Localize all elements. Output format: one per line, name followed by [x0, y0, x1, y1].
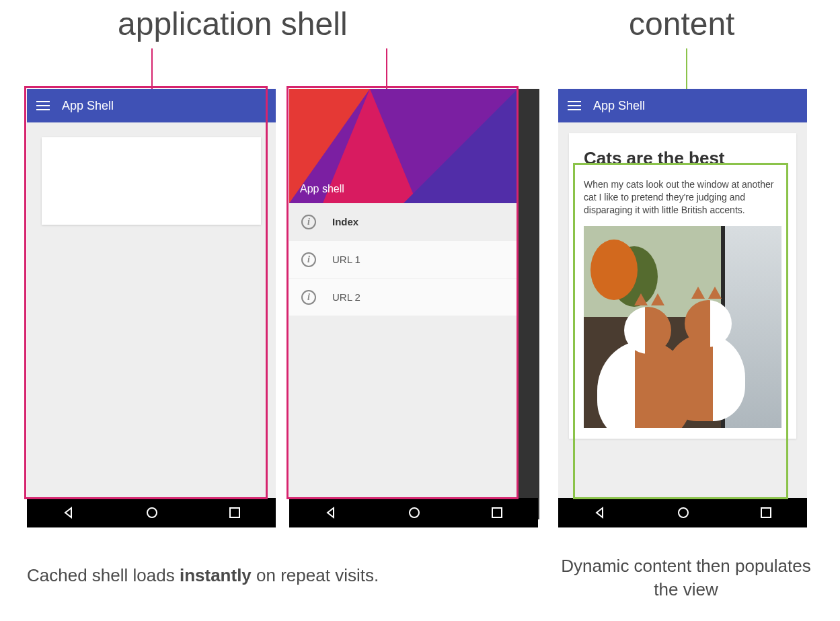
content-card: Cats are the best When my cats look out …: [569, 133, 796, 439]
phone-shell-drawer: App shell i Index i URL 1 i URL 2: [289, 89, 518, 527]
svg-rect-5: [761, 508, 771, 517]
svg-rect-3: [492, 508, 502, 517]
caption-content: Dynamic content then populates the view: [558, 554, 814, 601]
article-title: Cats are the best: [584, 148, 781, 169]
article-body: When my cats look out the window at anot…: [584, 178, 781, 217]
drawer-item-url2[interactable]: i URL 2: [289, 279, 518, 316]
heading-application-shell: application shell: [118, 5, 348, 42]
android-nav-bar: [27, 498, 276, 527]
home-icon[interactable]: [677, 506, 690, 519]
info-icon: i: [301, 290, 316, 305]
home-icon[interactable]: [408, 506, 421, 519]
android-nav-bar: [558, 498, 807, 527]
drawer-header-label: App shell: [300, 183, 344, 195]
home-icon[interactable]: [145, 506, 159, 519]
drawer-item-label: URL 2: [332, 291, 360, 303]
svg-point-2: [410, 508, 419, 517]
app-bar: App Shell: [27, 89, 276, 122]
recent-icon[interactable]: [229, 507, 241, 519]
hamburger-icon[interactable]: [568, 101, 581, 110]
drawer-item-label: URL 1: [332, 254, 360, 265]
app-bar-title: App Shell: [593, 99, 645, 113]
article-image-cats: [584, 226, 781, 428]
drawer-item-index[interactable]: i Index: [289, 203, 518, 241]
phone-content: App Shell Cats are the best When my cats…: [558, 89, 807, 527]
app-bar-title: App Shell: [62, 99, 114, 113]
info-icon: i: [301, 252, 316, 267]
android-nav-bar: [289, 498, 538, 527]
app-bar: App Shell: [558, 89, 807, 122]
back-icon[interactable]: [593, 506, 607, 519]
recent-icon[interactable]: [491, 507, 503, 519]
svg-rect-1: [230, 508, 239, 517]
connector-line: [151, 48, 153, 89]
drawer-list: i Index i URL 1 i URL 2: [289, 203, 518, 316]
empty-card-placeholder: [42, 137, 261, 225]
caption-shell: Cached shell loads instantly on repeat v…: [27, 564, 511, 587]
screen: App Shell: [27, 89, 276, 498]
info-icon: i: [301, 215, 316, 229]
drawer-item-label: Index: [332, 216, 358, 227]
back-icon[interactable]: [324, 506, 338, 519]
drawer-header: App shell: [289, 89, 518, 203]
drawer-item-url1[interactable]: i URL 1: [289, 241, 518, 279]
heading-content: content: [629, 5, 734, 42]
svg-point-4: [679, 508, 688, 517]
recent-icon[interactable]: [760, 507, 772, 519]
phone-shadow: [518, 89, 539, 519]
phone-shell-empty: App Shell: [27, 89, 276, 527]
connector-line: [386, 48, 387, 89]
screen: App Shell Cats are the best When my cats…: [558, 89, 807, 498]
hamburger-icon[interactable]: [36, 101, 50, 110]
svg-point-0: [147, 508, 157, 517]
screen: App shell i Index i URL 1 i URL 2: [289, 89, 518, 498]
back-icon[interactable]: [62, 506, 75, 519]
